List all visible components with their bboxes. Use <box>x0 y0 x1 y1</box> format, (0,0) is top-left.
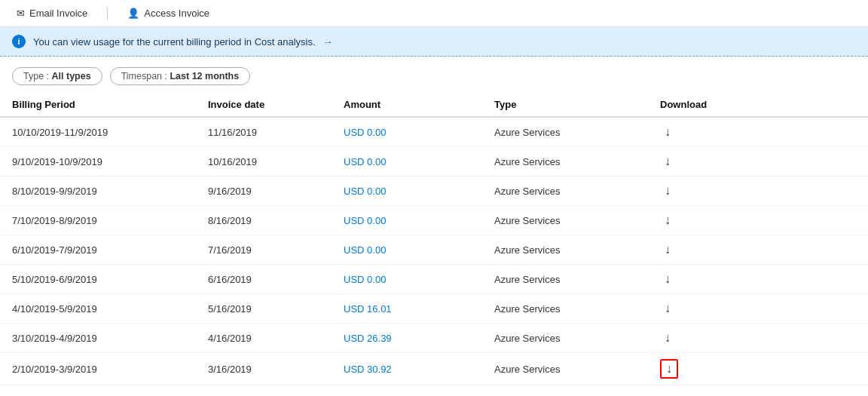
timespan-filter[interactable]: Timespan : Last 12 months <box>110 67 251 85</box>
timespan-filter-value: Last 12 months <box>170 71 239 81</box>
table-row: 5/10/2019-6/9/20196/16/2019USD 0.00Azure… <box>0 265 868 294</box>
email-icon: ✉ <box>17 8 25 19</box>
amount-cell: USD 16.01 <box>332 294 482 324</box>
amount-cell: USD 0.00 <box>332 117 482 147</box>
billing-period-cell: 2/10/2019-3/9/2019 <box>0 353 196 385</box>
type-cell: Azure Services <box>482 235 648 265</box>
download-cell: ↓ <box>648 385 868 397</box>
download-cell: ↓ <box>648 294 868 324</box>
access-invoice-button[interactable]: 👤 Access Invoice <box>123 5 214 22</box>
timespan-filter-label: Timespan : <box>121 71 170 81</box>
banner-message: You can view usage for the current billi… <box>33 36 316 48</box>
download-cell: ↓ <box>648 147 868 177</box>
type-filter[interactable]: Type : All types <box>12 67 102 85</box>
amount-link[interactable]: USD 0.00 <box>344 215 386 226</box>
billing-period-cell: 1/10/2019-2/9/2019 <box>0 385 196 397</box>
billing-period-cell: 10/10/2019-11/9/2019 <box>0 117 196 147</box>
toolbar: ✉ Email Invoice 👤 Access Invoice <box>0 0 868 27</box>
table-row: 10/10/2019-11/9/201911/16/2019USD 0.00Az… <box>0 117 868 147</box>
invoice-date-cell: 7/16/2019 <box>196 235 332 265</box>
email-invoice-label: Email Invoice <box>29 8 87 19</box>
amount-link[interactable]: USD 26.39 <box>344 333 392 344</box>
amount-cell: USD 0.00 <box>332 147 482 177</box>
invoice-date-cell: 2/16/2019 <box>196 385 332 397</box>
amount-cell: USD 0.00 <box>332 235 482 265</box>
type-cell: Azure Services <box>482 265 648 294</box>
amount-link[interactable]: USD 0.00 <box>344 274 386 285</box>
amount-cell: USD 30.92 <box>332 353 482 385</box>
access-invoice-label: Access Invoice <box>144 8 209 19</box>
billing-period-cell: 6/10/2019-7/9/2019 <box>0 235 196 265</box>
type-cell: Azure Services <box>482 294 648 324</box>
table-row: 3/10/2019-4/9/20194/16/2019USD 26.39Azur… <box>0 324 868 353</box>
type-cell: Azure Services <box>482 385 648 397</box>
download-button[interactable]: ↓ <box>660 271 675 287</box>
table-row: 6/10/2019-7/9/20197/16/2019USD 0.00Azure… <box>0 235 868 265</box>
download-button[interactable]: ↓ <box>660 300 675 317</box>
billing-period-cell: 9/10/2019-10/9/2019 <box>0 147 196 177</box>
type-filter-label: Type : <box>23 71 52 81</box>
filter-row: Type : All types Timespan : Last 12 mont… <box>0 57 868 93</box>
download-button[interactable]: ↓ <box>660 124 675 140</box>
download-cell: ↓ <box>648 265 868 294</box>
type-cell: Azure Services <box>482 117 648 147</box>
amount-link[interactable]: USD 0.00 <box>344 186 386 197</box>
download-cell: ↓ <box>648 177 868 206</box>
type-filter-value: All types <box>52 71 91 81</box>
billing-period-cell: 5/10/2019-6/9/2019 <box>0 265 196 294</box>
col-header-billing: Billing Period <box>0 93 196 117</box>
download-cell: ↓ <box>648 235 868 265</box>
table-row: 2/10/2019-3/9/20193/16/2019USD 30.92Azur… <box>0 353 868 385</box>
billing-period-cell: 4/10/2019-5/9/2019 <box>0 294 196 324</box>
invoice-date-cell: 4/16/2019 <box>196 324 332 353</box>
download-button[interactable]: ↓ <box>660 359 678 379</box>
download-button[interactable]: ↓ <box>660 212 675 229</box>
table-row: 7/10/2019-8/9/20198/16/2019USD 0.00Azure… <box>0 206 868 235</box>
download-cell: ↓ <box>648 117 868 147</box>
type-cell: Azure Services <box>482 324 648 353</box>
email-invoice-button[interactable]: ✉ Email Invoice <box>12 5 92 22</box>
download-button[interactable]: ↓ <box>660 183 675 199</box>
amount-cell: USD 0.00 <box>332 265 482 294</box>
info-banner: i You can view usage for the current bil… <box>0 27 868 57</box>
type-cell: Azure Services <box>482 147 648 177</box>
download-button[interactable]: ↓ <box>660 241 675 258</box>
table-header-row: Billing Period Invoice date Amount Type … <box>0 93 868 117</box>
invoice-date-cell: 9/16/2019 <box>196 177 332 206</box>
download-cell: ↓ <box>648 353 868 385</box>
amount-link[interactable]: USD 16.01 <box>344 303 392 315</box>
amount-cell: USD 0.00 <box>332 206 482 235</box>
col-header-amount: Amount <box>332 93 482 117</box>
download-button[interactable]: ↓ <box>660 153 675 170</box>
table-row: 8/10/2019-9/9/20199/16/2019USD 0.00Azure… <box>0 177 868 206</box>
col-header-invoice-date: Invoice date <box>196 93 332 117</box>
invoice-date-cell: 8/16/2019 <box>196 206 332 235</box>
amount-link[interactable]: USD 0.00 <box>344 127 386 138</box>
amount-cell: USD 26.39 <box>332 324 482 353</box>
type-cell: Azure Services <box>482 206 648 235</box>
type-cell: Azure Services <box>482 353 648 385</box>
table-row: 1/10/2019-2/9/20192/16/2019USD 32.79Azur… <box>0 385 868 397</box>
table-row: 4/10/2019-5/9/20195/16/2019USD 16.01Azur… <box>0 294 868 324</box>
billing-period-cell: 8/10/2019-9/9/2019 <box>0 177 196 206</box>
amount-link[interactable]: USD 0.00 <box>344 156 386 167</box>
invoice-date-cell: 6/16/2019 <box>196 265 332 294</box>
invoice-date-cell: 5/16/2019 <box>196 294 332 324</box>
download-button[interactable]: ↓ <box>660 330 675 346</box>
invoice-date-cell: 3/16/2019 <box>196 353 332 385</box>
amount-link[interactable]: USD 0.00 <box>344 244 386 256</box>
type-cell: Azure Services <box>482 177 648 206</box>
amount-link[interactable]: USD 30.92 <box>344 364 392 375</box>
invoice-date-cell: 11/16/2019 <box>196 117 332 147</box>
cost-analysis-link[interactable]: → <box>323 36 333 48</box>
toolbar-divider <box>107 7 108 20</box>
billing-period-cell: 7/10/2019-8/9/2019 <box>0 206 196 235</box>
col-header-download: Download <box>648 93 868 117</box>
download-cell: ↓ <box>648 324 868 353</box>
download-button[interactable]: ↓ <box>660 391 675 396</box>
person-icon: 👤 <box>127 8 139 19</box>
col-header-type: Type <box>482 93 648 117</box>
billing-period-cell: 3/10/2019-4/9/2019 <box>0 324 196 353</box>
amount-cell: USD 0.00 <box>332 177 482 206</box>
invoices-table: Billing Period Invoice date Amount Type … <box>0 93 868 396</box>
